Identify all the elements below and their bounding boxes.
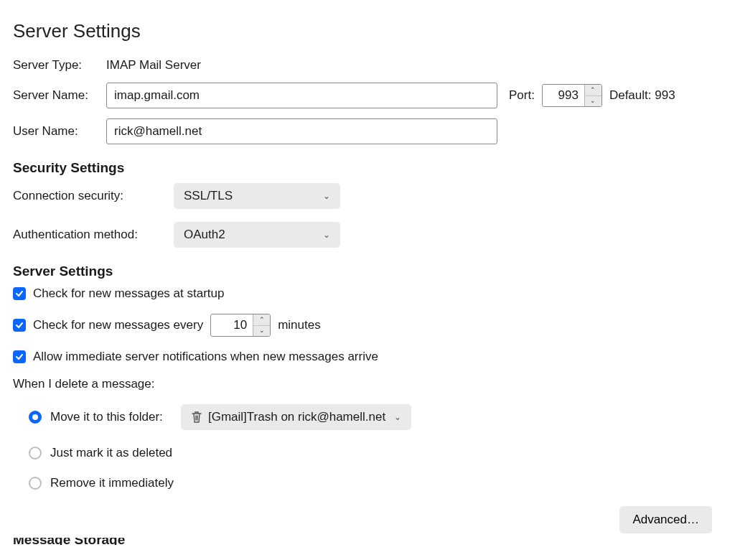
auth-method-value: OAuth2 xyxy=(184,228,225,242)
advanced-button[interactable]: Advanced… xyxy=(619,506,712,533)
delete-remove-label: Remove it immediately xyxy=(50,476,174,490)
allow-notifications-checkbox[interactable] xyxy=(13,350,26,363)
check-startup-label: Check for new messages at startup xyxy=(33,286,224,301)
delete-folder-select[interactable]: [Gmail]Trash on rick@hamell.net ⌄ xyxy=(181,404,411,430)
port-input[interactable] xyxy=(543,85,584,106)
delete-folder-value: [Gmail]Trash on rick@hamell.net xyxy=(208,410,385,424)
delete-move-radio[interactable] xyxy=(29,411,42,424)
port-default-label: Default: 993 xyxy=(609,88,675,103)
minutes-step-down[interactable]: ⌄ xyxy=(253,326,270,337)
port-step-down[interactable]: ⌄ xyxy=(585,96,601,107)
user-name-input[interactable] xyxy=(106,118,497,144)
check-icon xyxy=(15,321,24,330)
connection-security-label: Connection security: xyxy=(13,189,164,203)
port-label: Port: xyxy=(509,88,535,103)
port-step-up[interactable]: ⌃ xyxy=(585,85,601,96)
server-type-label: Server Type: xyxy=(13,58,99,73)
auth-method-label: Authentication method: xyxy=(13,228,164,242)
server-name-label: Server Name: xyxy=(13,88,99,103)
delete-mark-label: Just mark it as deleted xyxy=(50,446,172,460)
server-name-input[interactable] xyxy=(106,83,497,108)
minutes-step-up[interactable]: ⌃ xyxy=(253,314,270,326)
check-every-checkbox[interactable] xyxy=(13,319,26,332)
trash-icon xyxy=(191,411,202,424)
connection-security-value: SSL/TLS xyxy=(184,189,233,203)
allow-notifications-label: Allow immediate server notifications whe… xyxy=(33,350,378,364)
delete-move-label: Move it to this folder: xyxy=(50,410,172,424)
check-every-spinner[interactable]: ⌃ ⌄ xyxy=(210,314,271,337)
delete-remove-radio[interactable] xyxy=(29,477,42,490)
delete-heading: When I delete a message: xyxy=(13,377,722,391)
page-title: Server Settings xyxy=(13,20,722,42)
server-settings-heading: Server Settings xyxy=(13,263,722,279)
check-every-label-after: minutes xyxy=(278,318,321,332)
check-every-input[interactable] xyxy=(211,314,253,336)
chevron-down-icon: ⌄ xyxy=(323,230,330,240)
check-icon xyxy=(15,353,24,361)
connection-security-select[interactable]: SSL/TLS ⌄ xyxy=(174,183,340,209)
user-name-label: User Name: xyxy=(13,124,99,139)
message-storage-heading: Message Storage xyxy=(13,538,722,545)
server-type-value: IMAP Mail Server xyxy=(106,58,201,73)
chevron-down-icon: ⌄ xyxy=(323,191,330,201)
port-spinner[interactable]: ⌃ ⌄ xyxy=(542,84,602,107)
chevron-down-icon: ⌄ xyxy=(394,412,401,422)
check-icon xyxy=(15,289,24,298)
auth-method-select[interactable]: OAuth2 ⌄ xyxy=(174,222,340,248)
check-startup-checkbox[interactable] xyxy=(13,287,26,300)
delete-mark-radio[interactable] xyxy=(29,447,42,459)
check-every-label-before: Check for new messages every xyxy=(33,318,203,332)
security-heading: Security Settings xyxy=(13,160,722,176)
